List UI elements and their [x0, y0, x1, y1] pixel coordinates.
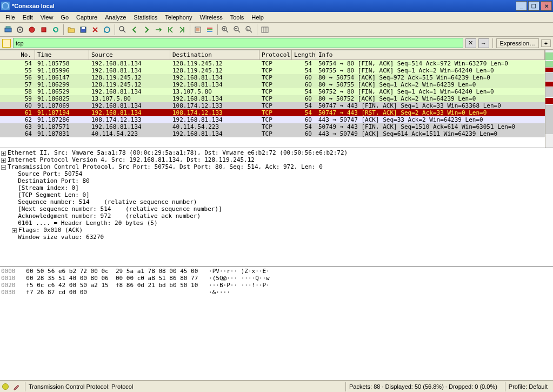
detail-line: 0101 .... = Header Length: 20 bytes (5) — [18, 220, 157, 227]
svg-rect-0 — [5, 28, 11, 32]
col-length[interactable]: Length — [292, 50, 316, 59]
hex-line: 0020 f5 0c c6 42 00 50 a2 15 f8 86 0d 21… — [1, 282, 552, 289]
detail-line: Destination Port: 80 — [18, 177, 89, 184]
menu-analyze[interactable]: Analyze — [102, 13, 129, 22]
detail-flags: Flags: 0x010 (ACK) — [18, 227, 83, 234]
svg-point-3 — [19, 29, 21, 30]
go-back-icon[interactable] — [129, 24, 141, 36]
filter-bar: ✕ → Expression… + — [0, 37, 553, 50]
expression-button[interactable]: Expression… — [496, 38, 539, 48]
statusbar: Transmission Control Protocol: Protocol … — [0, 380, 553, 392]
packet-row[interactable]: 6391.187571192.168.81.13440.114.54.223TC… — [0, 123, 545, 130]
col-no[interactable]: No. — [0, 50, 35, 59]
hex-line: 0030 f7 26 87 cd 00 00 ·&···· — [1, 289, 552, 296]
restore-button[interactable]: ❐ — [528, 1, 539, 11]
resize-columns-icon[interactable] — [259, 24, 271, 36]
hex-line: 0000 00 50 56 e6 b2 72 00 0c 29 5a a1 78… — [1, 268, 552, 275]
app-icon — [1, 2, 10, 10]
expand-icon[interactable]: + — [1, 158, 6, 163]
menu-telephony[interactable]: Telephony — [162, 13, 195, 22]
packet-row[interactable]: 6491.18783140.114.54.223192.168.81.134TC… — [0, 130, 545, 137]
packet-row[interactable]: 6191.187194192.168.81.134108.174.12.133T… — [0, 109, 545, 116]
packet-row[interactable]: 6091.187069192.168.81.134108.174.12.133T… — [0, 102, 545, 109]
zoom-in-icon[interactable] — [219, 24, 231, 36]
detail-ethernet: Ethernet II, Src: Vmware_5a:a1:78 (00:0c… — [8, 149, 348, 156]
menu-go[interactable]: Go — [57, 13, 72, 22]
zoom-reset-icon[interactable]: 1 — [243, 24, 255, 36]
col-destination[interactable]: Destination — [170, 50, 259, 59]
packet-row[interactable]: 5991.18682513.107.5.80192.168.81.134TCP6… — [0, 95, 545, 102]
menu-capture[interactable]: Capture — [73, 13, 101, 22]
expand-icon[interactable]: + — [12, 228, 17, 233]
svg-text:1: 1 — [247, 27, 249, 30]
find-icon[interactable] — [117, 24, 129, 36]
menu-wireless[interactable]: Wireless — [197, 13, 226, 22]
col-source[interactable]: Source — [89, 50, 170, 59]
toolbar: 1 — [0, 23, 553, 37]
status-context: Transmission Control Protocol: Protocol — [25, 382, 136, 391]
packet-row[interactable]: 5491.185758192.168.81.134128.119.245.12T… — [0, 60, 545, 67]
apply-filter-button[interactable]: → — [478, 38, 489, 48]
status-packets: Packets: 88 · Displayed: 50 (56.8%) · Dr… — [345, 382, 501, 391]
packet-row[interactable]: 5691.186147128.119.245.12192.168.81.134T… — [0, 74, 545, 81]
go-last-icon[interactable] — [176, 24, 188, 36]
interfaces-icon[interactable] — [2, 24, 14, 36]
stop-capture-icon[interactable] — [38, 24, 50, 36]
menu-help[interactable]: Help — [248, 13, 267, 22]
autoscroll-icon[interactable] — [192, 24, 204, 36]
reload-icon[interactable] — [101, 24, 113, 36]
colorize-icon[interactable] — [204, 24, 216, 36]
go-forward-icon[interactable] — [141, 24, 152, 36]
zoom-out-icon[interactable] — [231, 24, 243, 36]
menu-tools[interactable]: Tools — [227, 13, 248, 22]
svg-rect-10 — [207, 28, 212, 29]
clear-filter-button[interactable]: ✕ — [465, 38, 476, 48]
open-file-icon[interactable] — [65, 24, 77, 36]
go-first-icon[interactable] — [164, 24, 176, 36]
col-time[interactable]: Time — [35, 50, 89, 59]
close-file-icon[interactable] — [89, 24, 101, 36]
detail-line: Source Port: 50754 — [18, 170, 82, 177]
col-info[interactable]: Info — [316, 50, 545, 59]
window-title: *Conexão local — [12, 3, 516, 9]
menubar: File Edit View Go Capture Analyze Statis… — [0, 12, 553, 23]
go-to-packet-icon[interactable] — [152, 24, 164, 36]
menu-view[interactable]: View — [37, 13, 57, 22]
packet-minimap[interactable] — [545, 50, 553, 148]
packet-row[interactable]: 5891.186529192.168.81.13413.107.5.80TCP5… — [0, 88, 545, 95]
svg-rect-5 — [42, 28, 46, 32]
expand-icon[interactable]: + — [1, 151, 6, 156]
packet-row[interactable]: 6291.187286108.174.12.133192.168.81.134T… — [0, 116, 545, 123]
close-button[interactable]: ✕ — [541, 1, 552, 11]
restart-capture-icon[interactable] — [50, 24, 62, 36]
minimize-button[interactable]: _ — [516, 1, 527, 11]
svg-point-8 — [119, 26, 124, 31]
svg-rect-17 — [262, 27, 268, 32]
save-file-icon[interactable] — [77, 24, 89, 36]
menu-file[interactable]: File — [2, 13, 18, 22]
packet-row[interactable]: 5791.186299128.119.245.12192.168.81.134T… — [0, 81, 545, 88]
packet-row[interactable]: 5591.185996192.168.81.134128.119.245.12T… — [0, 67, 545, 74]
edit-icon[interactable] — [13, 383, 21, 390]
expert-info-icon[interactable] — [2, 383, 9, 390]
detail-line: [TCP Segment Len: 0] — [18, 191, 89, 198]
status-profile[interactable]: Profile: Default — [505, 382, 551, 391]
collapse-icon[interactable]: − — [1, 165, 6, 170]
start-capture-icon[interactable] — [26, 24, 38, 36]
col-protocol[interactable]: Protocol — [259, 50, 292, 59]
options-icon[interactable] — [14, 24, 26, 36]
svg-rect-7 — [82, 27, 85, 29]
menu-statistics[interactable]: Statistics — [130, 13, 161, 22]
packet-rows[interactable]: 5491.185758192.168.81.134128.119.245.12T… — [0, 60, 545, 137]
add-filter-button[interactable]: + — [541, 39, 551, 47]
titlebar: *Conexão local _ ❐ ✕ — [0, 0, 553, 12]
packet-bytes-pane[interactable]: 0000 00 50 56 e6 b2 72 00 0c 29 5a a1 78… — [0, 267, 553, 380]
packet-details-pane[interactable]: +Ethernet II, Src: Vmware_5a:a1:78 (00:0… — [0, 148, 553, 267]
hex-line: 0010 00 28 35 51 40 00 80 06 00 00 c0 a8… — [1, 275, 552, 282]
detail-line: Sequence number: 514 (relative sequence … — [18, 198, 197, 205]
display-filter-input[interactable] — [13, 38, 463, 48]
column-headers: No. Time Source Destination Protocol Len… — [0, 50, 545, 60]
bookmark-icon[interactable] — [2, 39, 11, 48]
detail-tcp: Transmission Control Protocol, Src Port:… — [8, 163, 323, 170]
menu-edit[interactable]: Edit — [19, 13, 36, 22]
